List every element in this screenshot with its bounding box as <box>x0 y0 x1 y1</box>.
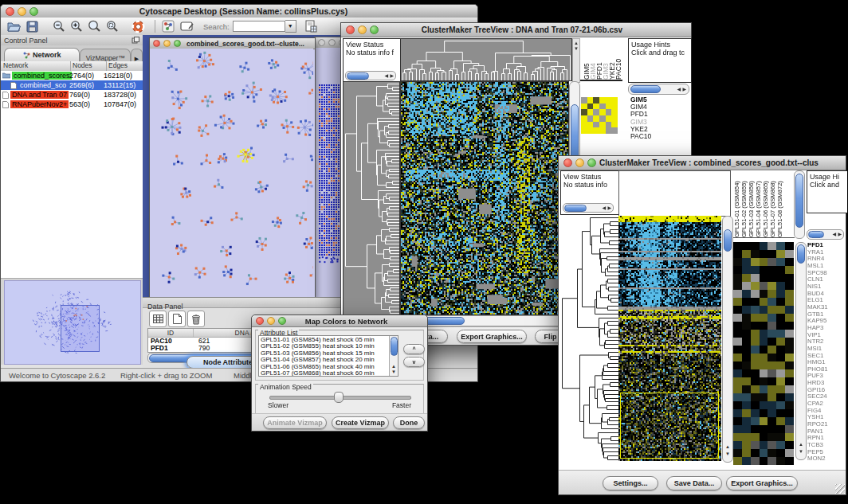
tv2-zoom-heatmap[interactable] <box>733 242 794 465</box>
column-label[interactable]: YKE2 <box>608 38 614 80</box>
birdseye-view[interactable] <box>4 280 141 365</box>
col-network[interactable]: Network <box>1 61 71 71</box>
tab-network[interactable]: Network <box>4 48 80 61</box>
tab-vizmapper[interactable]: VizMapper™ <box>80 49 131 61</box>
zoom-region-icon[interactable] <box>106 20 119 33</box>
column-label[interactable]: GIM3 <box>602 38 608 80</box>
speed-slider-thumb[interactable] <box>334 392 344 403</box>
tv2-column-dendrogram[interactable] <box>618 170 731 217</box>
minimize-icon[interactable] <box>163 40 171 47</box>
tv2-gene-labels[interactable]: PFD1YRA1RNR4MSL1SPC98CLN1NIS1BUD4ELG1MAK… <box>807 242 844 463</box>
animate-vizmap-button[interactable]: Animate Vizmap <box>263 416 327 429</box>
minimize-icon[interactable] <box>328 39 336 46</box>
network-table-row[interactable]: combined_scores 2764(0) 16218(0) <box>1 71 143 80</box>
tv2-column-labels[interactable]: GPL51-01 (GSM854)GPL51-02 (GSM855)GPL51-… <box>731 170 795 238</box>
column-label[interactable]: PAC10 <box>614 38 621 80</box>
tv1-title-bar[interactable]: ClusterMaker TreeView : DNA and Tran 07-… <box>341 23 691 37</box>
open-icon[interactable] <box>7 21 21 33</box>
export-graphics-button[interactable]: Export Graphics... <box>726 476 798 490</box>
tv2-heatmap-vscrollbar[interactable]: ▲▼ <box>722 216 733 463</box>
search-input[interactable] <box>233 21 285 32</box>
attribute-list-vscrollbar[interactable]: ▲▼ <box>389 336 398 376</box>
tv1-hints-hscrollbar[interactable]: ◀▶ <box>628 84 689 95</box>
tv1-column-labels[interactable]: GIM5GIM4PFD1GIM3YKE2PAC10 <box>580 38 622 81</box>
tv2-heatmap[interactable] <box>618 216 721 461</box>
tv1-row-labels[interactable]: GIM5GIM4PFD1GIM3YKE2PAC10 <box>630 96 686 144</box>
column-label[interactable]: GPL51-06 (GSM865) <box>762 170 769 237</box>
column-label[interactable]: GPL51-03 (GSM856) <box>748 170 755 237</box>
save-icon[interactable] <box>26 21 38 33</box>
tv1-zoom-matrix[interactable] <box>581 97 618 134</box>
search-dropdown-icon[interactable]: ▼ <box>285 20 296 33</box>
dp-col-id[interactable]: ID <box>148 329 194 337</box>
attribute-sheet-icon[interactable] <box>304 20 317 33</box>
network-table-row[interactable]: combined_sco 2569(6) 13112(15) <box>1 80 143 90</box>
tv2-gene-vscrollbar[interactable]: ▲▼ <box>795 242 807 460</box>
table-icon[interactable] <box>149 311 167 327</box>
tv2-title-bar[interactable]: ClusterMaker TreeView : combined_scores_… <box>559 156 846 170</box>
new-doc-icon[interactable] <box>168 311 186 327</box>
zoom-window-icon[interactable] <box>278 317 286 325</box>
minimize-icon[interactable] <box>18 7 26 16</box>
import-network-icon[interactable] <box>162 20 175 33</box>
move-down-button[interactable]: v <box>403 357 425 367</box>
column-label[interactable]: GPL51-07 (GSM868) <box>769 170 776 237</box>
tv1-column-dendrogram[interactable] <box>400 38 572 81</box>
float-panel-icon[interactable] <box>132 37 143 44</box>
gene-label[interactable]: MON2 <box>807 455 844 463</box>
tv1-heatmap[interactable] <box>400 81 569 315</box>
done-button[interactable]: Done <box>393 416 425 429</box>
column-label[interactable]: GIM5 <box>583 38 589 80</box>
row-label[interactable]: PAC10 <box>630 133 686 140</box>
network-view[interactable] <box>150 49 313 297</box>
tv1-row-dendrogram[interactable] <box>343 81 400 315</box>
close-icon[interactable] <box>153 40 160 47</box>
minimize-icon[interactable] <box>575 158 584 167</box>
attribute-listbox[interactable]: GPL51-01 (GSM854) heat shock 05 minGPL51… <box>258 335 398 377</box>
close-icon[interactable] <box>346 25 355 34</box>
move-up-button[interactable]: ^ <box>403 344 425 354</box>
tv2-hints-hscrollbar[interactable]: ◀▶ <box>807 229 844 240</box>
minimize-icon[interactable] <box>358 25 367 34</box>
create-vizmap-button[interactable]: Create Vizmap <box>332 416 389 429</box>
tv2-row-dendrogram[interactable] <box>560 216 618 461</box>
zoom-fit-icon[interactable] <box>88 20 101 33</box>
tv2-labels-vscrollbar[interactable] <box>794 170 805 239</box>
zoom-out-icon[interactable] <box>53 20 65 33</box>
trash-icon[interactable] <box>187 311 205 327</box>
column-label[interactable]: PFD1 <box>595 38 602 80</box>
tv1-dendro-strip[interactable]: ▲▼ <box>572 38 580 83</box>
settings-button[interactable]: Settings... <box>603 476 658 490</box>
zoom-in-icon[interactable] <box>70 20 83 33</box>
document-icon <box>2 101 9 108</box>
close-icon[interactable] <box>318 39 325 46</box>
main-title-bar[interactable]: Cytoscape Desktop (Session Name: collins… <box>1 5 477 18</box>
help-ring-icon[interactable] <box>132 20 145 33</box>
resize-grip[interactable] <box>835 484 845 494</box>
zoom-window-icon[interactable] <box>174 40 181 47</box>
vs2-hscrollbar[interactable]: ◀▶ <box>563 203 614 213</box>
zoom-window-icon[interactable] <box>370 25 379 34</box>
save-data-button[interactable]: Save Data... <box>666 476 722 490</box>
col-nodes[interactable]: Nodes <box>71 61 107 71</box>
export-graphics-button[interactable]: Export Graphics... <box>457 330 527 343</box>
network-table-row[interactable]: RNAPuberNov2+ 563(0) 107847(0) <box>1 100 143 109</box>
close-icon[interactable] <box>256 317 264 325</box>
zoom-window-icon[interactable] <box>29 7 38 16</box>
attribute-item[interactable]: GPL51-07 (GSM868) heat shock 60 min <box>261 370 398 377</box>
column-label[interactable]: GPL51-01 (GSM854) <box>733 170 740 237</box>
column-label[interactable]: GPL51-04 (GSM857) <box>755 170 762 237</box>
column-label[interactable]: GIM4 <box>589 38 595 80</box>
dialog-title-bar[interactable]: Map Colors to Network <box>252 315 427 327</box>
minimize-icon[interactable] <box>267 317 275 325</box>
network-table-row[interactable]: DNA and Tran 07 769(0) 183728(0) <box>1 90 143 100</box>
column-label[interactable]: GPL51-08 (GSM872) <box>776 170 783 237</box>
col-edges[interactable]: Edges <box>107 61 143 71</box>
zoom-window-icon[interactable] <box>587 158 596 167</box>
vs-hscrollbar[interactable]: ◀▶ <box>345 71 396 80</box>
close-icon[interactable] <box>563 158 572 167</box>
column-label[interactable]: GPL51-02 (GSM855) <box>740 170 748 237</box>
annotation-icon[interactable] <box>180 21 194 33</box>
close-icon[interactable] <box>6 7 14 16</box>
tab-overflow[interactable]: ▶ <box>131 49 143 61</box>
